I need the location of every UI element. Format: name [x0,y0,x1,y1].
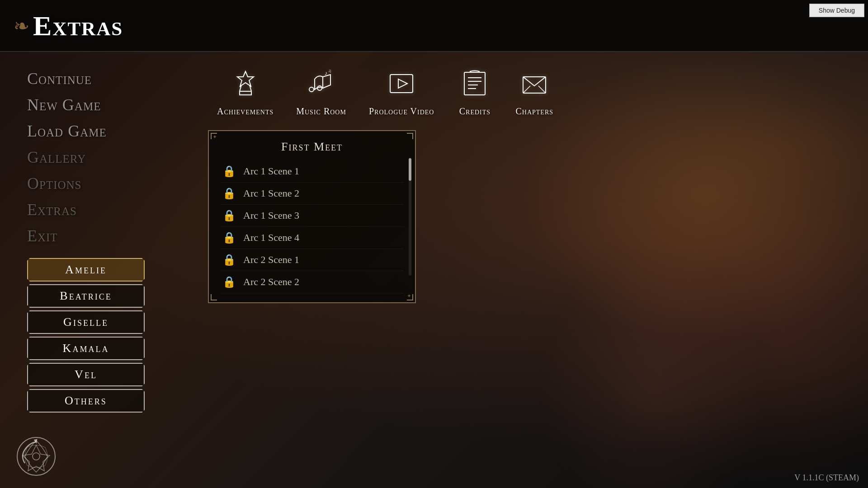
scene-item-0[interactable]: 🔒 Arc 1 Scene 1 [220,160,404,183]
corner-tl [211,133,217,139]
svg-rect-4 [390,75,413,93]
char-btn-vel[interactable]: Vel [27,363,145,386]
nav-gallery[interactable]: Gallery [27,144,181,170]
corner-tr [407,133,413,139]
left-nav: Continue New Game Load Game Gallery Opti… [0,52,190,488]
scene-item-5[interactable]: 🔒 Arc 2 Scene 2 [220,271,404,293]
extras-icons-row: Achievements ♪ ♫ Music Room [208,61,562,121]
extras-credits[interactable]: Credits [457,66,493,117]
right-content: Achievements ♪ ♫ Music Room [190,52,868,488]
logo-wings-left: ❧ [14,15,29,37]
version-text: V 1.1.1C (STEAM) [794,473,859,483]
credits-label: Credits [459,106,491,117]
achievements-label: Achievements [217,106,274,117]
svg-point-0 [309,87,314,92]
prologue-video-label: Prologue Video [369,106,434,117]
scene-name-0: Arc 1 Scene 1 [243,165,299,177]
nav-new-game[interactable]: New Game [27,92,181,118]
scene-name-2: Arc 1 Scene 3 [243,210,299,221]
nav-options[interactable]: Options [27,170,181,197]
nav-load-game[interactable]: Load Game [27,118,181,144]
music-room-label: Music Room [296,106,346,117]
extras-music-room[interactable]: ♪ ♫ Music Room [296,66,346,117]
credits-icon [457,66,493,102]
scene-list: 🔒 Arc 1 Scene 1 🔒 Arc 1 Scene 2 🔒 Arc 1 … [220,160,404,293]
prologue-video-icon [383,66,420,102]
extras-achievements[interactable]: Achievements [217,66,274,117]
logo-svg [14,434,59,479]
scene-name-3: Arc 1 Scene 4 [243,232,299,244]
lock-icon-5: 🔒 [222,276,236,288]
char-btn-beatrice[interactable]: Beatrice [27,284,145,308]
panel-title: First Meet [220,140,404,154]
debug-button[interactable]: Show Debug [809,4,864,17]
header-logo: ❧ Extras [0,0,249,52]
character-section: Amelie Beatrice Giselle Kamala Vel Other… [27,258,181,413]
scene-name-5: Arc 2 Scene 2 [243,276,299,288]
lock-icon-0: 🔒 [222,165,236,178]
nav-continue[interactable]: Continue [27,66,181,92]
gallery-panel: First Meet 🔒 Arc 1 Scene 1 🔒 Arc 1 Scene… [208,130,416,303]
svg-rect-6 [464,72,485,95]
scrollbar-thumb[interactable] [409,158,411,181]
nav-extras[interactable]: Extras [27,197,181,223]
scene-item-1[interactable]: 🔒 Arc 1 Scene 2 [220,183,404,205]
bottom-logo [14,434,59,479]
svg-text:♪: ♪ [325,70,327,76]
achievements-icon [227,66,264,102]
extras-prologue-video[interactable]: Prologue Video [369,66,434,117]
lock-icon-4: 🔒 [222,253,236,266]
header: ❧ Extras [0,0,868,52]
nav-exit[interactable]: Exit [27,223,181,249]
corner-br [407,294,413,300]
lock-icon-1: 🔒 [222,187,236,200]
lock-icon-2: 🔒 [222,209,236,222]
main-content: Continue New Game Load Game Gallery Opti… [0,52,868,488]
scene-name-4: Arc 2 Scene 1 [243,254,299,266]
char-btn-others[interactable]: Others [27,389,145,413]
scene-name-1: Arc 1 Scene 2 [243,188,299,199]
svg-point-1 [317,86,322,90]
svg-marker-10 [34,439,38,444]
lock-icon-3: 🔒 [222,231,236,244]
scene-item-3[interactable]: 🔒 Arc 1 Scene 4 [220,227,404,249]
char-btn-amelie[interactable]: Amelie [27,258,145,282]
svg-point-9 [33,453,40,460]
svg-marker-5 [398,79,407,88]
svg-text:♫: ♫ [328,68,332,73]
scene-item-2[interactable]: 🔒 Arc 1 Scene 3 [220,205,404,227]
char-btn-giselle[interactable]: Giselle [27,310,145,334]
chapters-icon [516,66,552,102]
music-room-icon: ♪ ♫ [303,66,340,102]
chapters-label: Chapters [515,106,553,117]
extras-chapters[interactable]: Chapters [515,66,553,117]
corner-bl [211,294,217,300]
scene-item-4[interactable]: 🔒 Arc 2 Scene 1 [220,249,404,271]
char-btn-kamala[interactable]: Kamala [27,337,145,360]
page-title: Extras [33,10,123,42]
scrollbar-track [409,158,411,276]
